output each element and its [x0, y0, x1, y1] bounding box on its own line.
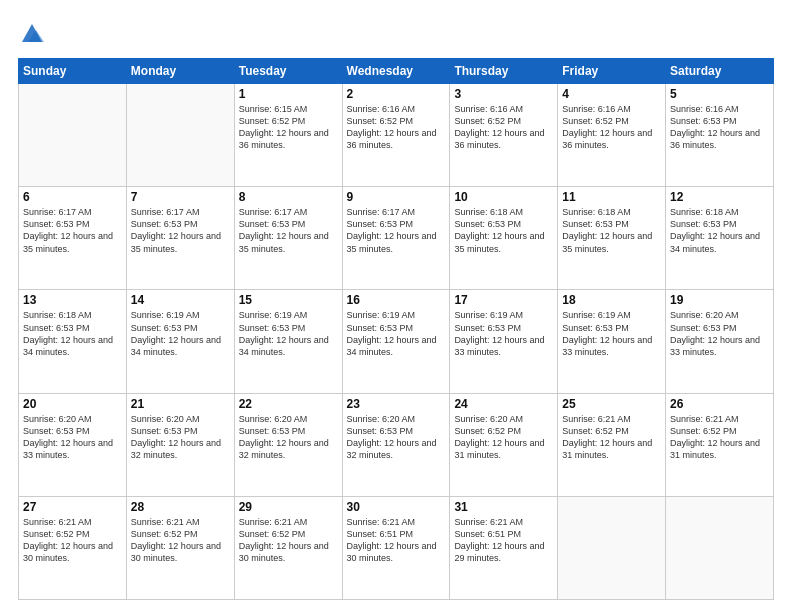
day-number: 7 [131, 190, 230, 204]
weekday-wednesday: Wednesday [342, 59, 450, 84]
day-number: 18 [562, 293, 661, 307]
weekday-thursday: Thursday [450, 59, 558, 84]
calendar-cell: 16Sunrise: 6:19 AM Sunset: 6:53 PM Dayli… [342, 290, 450, 393]
day-info: Sunrise: 6:17 AM Sunset: 6:53 PM Dayligh… [239, 206, 338, 255]
day-number: 16 [347, 293, 446, 307]
day-info: Sunrise: 6:21 AM Sunset: 6:52 PM Dayligh… [131, 516, 230, 565]
calendar-cell [666, 496, 774, 599]
calendar-cell: 30Sunrise: 6:21 AM Sunset: 6:51 PM Dayli… [342, 496, 450, 599]
day-number: 6 [23, 190, 122, 204]
calendar-cell: 29Sunrise: 6:21 AM Sunset: 6:52 PM Dayli… [234, 496, 342, 599]
day-info: Sunrise: 6:18 AM Sunset: 6:53 PM Dayligh… [562, 206, 661, 255]
day-info: Sunrise: 6:19 AM Sunset: 6:53 PM Dayligh… [347, 309, 446, 358]
day-number: 25 [562, 397, 661, 411]
calendar-cell: 4Sunrise: 6:16 AM Sunset: 6:52 PM Daylig… [558, 84, 666, 187]
day-number: 3 [454, 87, 553, 101]
day-number: 30 [347, 500, 446, 514]
day-number: 26 [670, 397, 769, 411]
weekday-saturday: Saturday [666, 59, 774, 84]
calendar-cell: 6Sunrise: 6:17 AM Sunset: 6:53 PM Daylig… [19, 187, 127, 290]
day-info: Sunrise: 6:21 AM Sunset: 6:51 PM Dayligh… [347, 516, 446, 565]
day-info: Sunrise: 6:21 AM Sunset: 6:52 PM Dayligh… [239, 516, 338, 565]
day-info: Sunrise: 6:16 AM Sunset: 6:53 PM Dayligh… [670, 103, 769, 152]
day-number: 5 [670, 87, 769, 101]
calendar-cell: 8Sunrise: 6:17 AM Sunset: 6:53 PM Daylig… [234, 187, 342, 290]
day-info: Sunrise: 6:19 AM Sunset: 6:53 PM Dayligh… [131, 309, 230, 358]
weekday-tuesday: Tuesday [234, 59, 342, 84]
day-number: 24 [454, 397, 553, 411]
week-row-3: 13Sunrise: 6:18 AM Sunset: 6:53 PM Dayli… [19, 290, 774, 393]
calendar-cell: 15Sunrise: 6:19 AM Sunset: 6:53 PM Dayli… [234, 290, 342, 393]
day-info: Sunrise: 6:15 AM Sunset: 6:52 PM Dayligh… [239, 103, 338, 152]
day-info: Sunrise: 6:16 AM Sunset: 6:52 PM Dayligh… [454, 103, 553, 152]
day-number: 21 [131, 397, 230, 411]
day-info: Sunrise: 6:21 AM Sunset: 6:51 PM Dayligh… [454, 516, 553, 565]
day-info: Sunrise: 6:20 AM Sunset: 6:53 PM Dayligh… [23, 413, 122, 462]
calendar-cell: 23Sunrise: 6:20 AM Sunset: 6:53 PM Dayli… [342, 393, 450, 496]
day-info: Sunrise: 6:21 AM Sunset: 6:52 PM Dayligh… [562, 413, 661, 462]
day-info: Sunrise: 6:19 AM Sunset: 6:53 PM Dayligh… [454, 309, 553, 358]
day-info: Sunrise: 6:19 AM Sunset: 6:53 PM Dayligh… [562, 309, 661, 358]
logo-icon [18, 20, 46, 48]
day-number: 1 [239, 87, 338, 101]
calendar-cell [558, 496, 666, 599]
day-info: Sunrise: 6:21 AM Sunset: 6:52 PM Dayligh… [670, 413, 769, 462]
calendar-cell: 19Sunrise: 6:20 AM Sunset: 6:53 PM Dayli… [666, 290, 774, 393]
day-number: 10 [454, 190, 553, 204]
calendar-cell: 12Sunrise: 6:18 AM Sunset: 6:53 PM Dayli… [666, 187, 774, 290]
day-number: 20 [23, 397, 122, 411]
day-number: 19 [670, 293, 769, 307]
weekday-sunday: Sunday [19, 59, 127, 84]
day-number: 11 [562, 190, 661, 204]
calendar-cell [19, 84, 127, 187]
day-info: Sunrise: 6:18 AM Sunset: 6:53 PM Dayligh… [23, 309, 122, 358]
day-info: Sunrise: 6:21 AM Sunset: 6:52 PM Dayligh… [23, 516, 122, 565]
day-number: 23 [347, 397, 446, 411]
day-number: 28 [131, 500, 230, 514]
calendar-cell: 3Sunrise: 6:16 AM Sunset: 6:52 PM Daylig… [450, 84, 558, 187]
weekday-header-row: SundayMondayTuesdayWednesdayThursdayFrid… [19, 59, 774, 84]
day-number: 29 [239, 500, 338, 514]
calendar-cell: 13Sunrise: 6:18 AM Sunset: 6:53 PM Dayli… [19, 290, 127, 393]
week-row-5: 27Sunrise: 6:21 AM Sunset: 6:52 PM Dayli… [19, 496, 774, 599]
day-info: Sunrise: 6:17 AM Sunset: 6:53 PM Dayligh… [347, 206, 446, 255]
header [18, 18, 774, 48]
day-info: Sunrise: 6:18 AM Sunset: 6:53 PM Dayligh… [670, 206, 769, 255]
day-number: 17 [454, 293, 553, 307]
day-number: 8 [239, 190, 338, 204]
calendar-cell: 22Sunrise: 6:20 AM Sunset: 6:53 PM Dayli… [234, 393, 342, 496]
calendar-table: SundayMondayTuesdayWednesdayThursdayFrid… [18, 58, 774, 600]
calendar-cell: 27Sunrise: 6:21 AM Sunset: 6:52 PM Dayli… [19, 496, 127, 599]
calendar-cell: 31Sunrise: 6:21 AM Sunset: 6:51 PM Dayli… [450, 496, 558, 599]
week-row-1: 1Sunrise: 6:15 AM Sunset: 6:52 PM Daylig… [19, 84, 774, 187]
day-number: 15 [239, 293, 338, 307]
calendar-cell: 21Sunrise: 6:20 AM Sunset: 6:53 PM Dayli… [126, 393, 234, 496]
calendar-cell: 11Sunrise: 6:18 AM Sunset: 6:53 PM Dayli… [558, 187, 666, 290]
calendar-cell: 5Sunrise: 6:16 AM Sunset: 6:53 PM Daylig… [666, 84, 774, 187]
day-number: 14 [131, 293, 230, 307]
calendar-cell: 7Sunrise: 6:17 AM Sunset: 6:53 PM Daylig… [126, 187, 234, 290]
weekday-monday: Monday [126, 59, 234, 84]
day-number: 12 [670, 190, 769, 204]
day-info: Sunrise: 6:17 AM Sunset: 6:53 PM Dayligh… [23, 206, 122, 255]
calendar-cell: 25Sunrise: 6:21 AM Sunset: 6:52 PM Dayli… [558, 393, 666, 496]
weekday-friday: Friday [558, 59, 666, 84]
day-info: Sunrise: 6:17 AM Sunset: 6:53 PM Dayligh… [131, 206, 230, 255]
day-info: Sunrise: 6:16 AM Sunset: 6:52 PM Dayligh… [347, 103, 446, 152]
day-number: 22 [239, 397, 338, 411]
day-number: 9 [347, 190, 446, 204]
day-info: Sunrise: 6:20 AM Sunset: 6:53 PM Dayligh… [131, 413, 230, 462]
day-info: Sunrise: 6:19 AM Sunset: 6:53 PM Dayligh… [239, 309, 338, 358]
day-number: 13 [23, 293, 122, 307]
calendar-cell: 28Sunrise: 6:21 AM Sunset: 6:52 PM Dayli… [126, 496, 234, 599]
calendar-cell: 1Sunrise: 6:15 AM Sunset: 6:52 PM Daylig… [234, 84, 342, 187]
calendar-cell [126, 84, 234, 187]
calendar-cell: 20Sunrise: 6:20 AM Sunset: 6:53 PM Dayli… [19, 393, 127, 496]
day-number: 27 [23, 500, 122, 514]
calendar-cell: 24Sunrise: 6:20 AM Sunset: 6:52 PM Dayli… [450, 393, 558, 496]
day-info: Sunrise: 6:20 AM Sunset: 6:52 PM Dayligh… [454, 413, 553, 462]
day-info: Sunrise: 6:20 AM Sunset: 6:53 PM Dayligh… [239, 413, 338, 462]
calendar-cell: 9Sunrise: 6:17 AM Sunset: 6:53 PM Daylig… [342, 187, 450, 290]
week-row-2: 6Sunrise: 6:17 AM Sunset: 6:53 PM Daylig… [19, 187, 774, 290]
calendar-cell: 26Sunrise: 6:21 AM Sunset: 6:52 PM Dayli… [666, 393, 774, 496]
